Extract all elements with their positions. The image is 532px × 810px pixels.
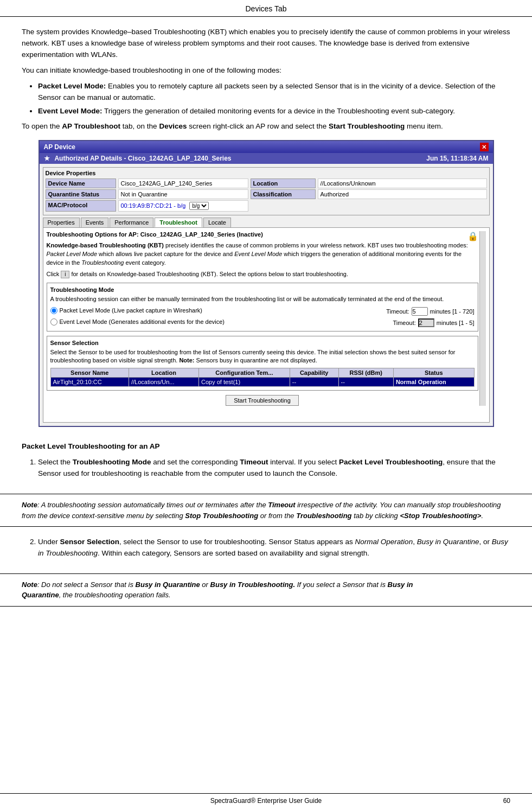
- step-1: Select the Troubleshooting Mode and set …: [38, 457, 510, 480]
- window-body: Device Properties Device Name Cisco_1242…: [40, 164, 493, 426]
- note-box-1: Note: A troubleshooting session automati…: [0, 494, 532, 527]
- sensor-desc: Select the Sensor to be used for trouble…: [50, 348, 475, 365]
- window-subtitle: ★ Authorized AP Details - Cisco_1242AG_L…: [40, 153, 493, 164]
- col-status: Status: [393, 368, 474, 378]
- kbt-description: Knowledge-based Troubleshooting (KBT) pr…: [47, 241, 478, 267]
- mode-desc: A troubleshooting session can either be …: [50, 295, 475, 303]
- packet-mode-radio[interactable]: [50, 307, 57, 314]
- quarantine-label: Quarantine Status: [46, 189, 116, 199]
- bullet1-label: Packet Level Mode:: [38, 82, 106, 90]
- bullet-item-1: Packet Level Mode: Enables you to remote…: [38, 81, 510, 104]
- col-capability: Capability: [290, 368, 338, 378]
- close-button[interactable]: ✕: [480, 143, 489, 151]
- scrollbar[interactable]: [479, 231, 486, 406]
- sensor-section-title: Sensor Selection: [50, 340, 475, 346]
- tab-content-troubleshoot: Troubleshooting Options for AP: Cisco_12…: [43, 227, 490, 423]
- main-content: The system provides Knowledge–based Trou…: [0, 17, 532, 427]
- page-footer: SpectraGuard® Enterprise User Guide 60: [0, 793, 532, 805]
- packet-heading: Packet Level Troubleshooting for an AP: [22, 442, 160, 450]
- col-config: Configuration Tem...: [198, 368, 290, 378]
- event-timeout-row: Timeout: minutes [1 - 5]: [393, 318, 474, 327]
- col-sensor-name: Sensor Name: [50, 368, 129, 378]
- subtitle-date: Jun 15, 11:18:34 AM: [426, 155, 488, 162]
- step2-section: Under Sensor Selection, select the Senso…: [0, 530, 532, 570]
- device-name-value: Cisco_1242AG_LAP_1240_Series: [118, 178, 248, 188]
- mode-box: Troubleshooting Mode A troubleshooting s…: [47, 283, 478, 331]
- tab-locate[interactable]: Locate: [203, 218, 231, 227]
- table-row[interactable]: AirTight_20:10:CC //Locations/Un... Copy…: [50, 378, 474, 387]
- lock-icon: 🔒: [467, 231, 478, 241]
- event-mode-label: Event Level Mode (Generates additional e…: [60, 318, 225, 325]
- start-btn-row: Start Troubleshooting: [47, 395, 478, 406]
- mode-box-title: Troubleshooting Mode: [50, 286, 475, 293]
- bullet1-text: Enables you to remotely capture all pack…: [38, 82, 495, 101]
- mac-label: MAC/Protocol: [46, 200, 116, 212]
- steps-list-2: Under Sensor Selection, select the Senso…: [38, 537, 510, 559]
- classification-label: Classification: [251, 189, 316, 199]
- start-troubleshooting-button[interactable]: Start Troubleshooting: [226, 395, 299, 406]
- event-mode-radio[interactable]: [50, 318, 57, 326]
- mac-value: 00:19:A9:B7:CD:21 - b/g b/g: [118, 200, 248, 212]
- sensor-table: Sensor Name Location Configuration Tem..…: [50, 368, 475, 387]
- window-titlebar: AP Device ✕: [40, 141, 493, 153]
- bullet-list: Packet Level Mode: Enables you to remote…: [38, 81, 510, 117]
- classification-value: Authorized: [318, 189, 487, 199]
- device-name-label: Device Name: [46, 178, 116, 188]
- note-box-2: Note: Do not select a Sensor that is Bus…: [0, 573, 532, 607]
- tabs-bar: Properties Events Performance Troublesho…: [43, 218, 490, 227]
- section-title: Device Properties: [46, 170, 487, 176]
- bullet-item-2: Event Level Mode: Triggers the generatio…: [38, 106, 510, 117]
- location-value: //Locations/Unknown: [318, 178, 487, 188]
- step-2: Under Sensor Selection, select the Senso…: [38, 537, 510, 559]
- footer-text: SpectraGuard® Enterprise User Guide: [210, 797, 322, 805]
- cell-sensor-name: AirTight_20:10:CC: [50, 378, 129, 387]
- tab-performance[interactable]: Performance: [110, 218, 153, 227]
- window-title: AP Device: [44, 143, 75, 151]
- sensor-table-header-row: Sensor Name Location Configuration Tem..…: [50, 368, 474, 378]
- intro-para2: You can initiate knowledge-based trouble…: [22, 65, 510, 76]
- col-location: Location: [129, 368, 198, 378]
- mac-dropdown[interactable]: b/g: [189, 202, 209, 210]
- packet-mode-label: Packet Level Mode (Live packet capture i…: [60, 307, 203, 314]
- page-container: Devices Tab The system provides Knowledg…: [0, 0, 532, 810]
- footer-page-number: 60: [503, 797, 510, 805]
- event-timeout-input[interactable]: [418, 318, 434, 327]
- props-row-1: Device Name Cisco_1242AG_LAP_1240_Series…: [46, 178, 487, 188]
- col-rssi: RSSI (dBm): [338, 368, 393, 378]
- open-tab-text: To open the AP Troubleshoot tab, on the …: [22, 121, 510, 132]
- ap-device-window: AP Device ✕ ★ Authorized AP Details - Ci…: [39, 140, 494, 427]
- packet-section: Packet Level Troubleshooting for an AP S…: [0, 435, 532, 490]
- packet-timeout-input[interactable]: [412, 307, 428, 316]
- steps-list: Select the Troubleshooting Mode and set …: [38, 457, 510, 480]
- cell-capability: --: [290, 378, 338, 387]
- page-title: Devices Tab: [245, 4, 286, 13]
- props-row-3: MAC/Protocol 00:19:A9:B7:CD:21 - b/g b/g: [46, 200, 487, 212]
- cell-status: Normal Operation: [393, 378, 474, 387]
- sensor-section: Sensor Selection Select the Sensor to be…: [47, 336, 478, 391]
- location-label: Location: [251, 178, 316, 188]
- cell-location: //Locations/Un...: [129, 378, 198, 387]
- tab-properties[interactable]: Properties: [43, 218, 80, 227]
- intro-para1: The system provides Knowledge–based Trou…: [22, 27, 510, 61]
- tab-troubleshoot[interactable]: Troubleshoot: [155, 218, 202, 227]
- bullet2-text: Triggers the generation of detailed moni…: [102, 107, 455, 115]
- subtitle-label: ★ Authorized AP Details - Cisco_1242AG_L…: [44, 155, 232, 162]
- props-row-2: Quarantine Status Not in Quarantine Clas…: [46, 189, 487, 199]
- troubleshoot-header: Troubleshooting Options for AP: Cisco_12…: [47, 231, 263, 238]
- quarantine-value: Not in Quarantine: [118, 189, 248, 199]
- cell-rssi: --: [338, 378, 393, 387]
- cell-config: Copy of test(1): [198, 378, 290, 387]
- device-props-section: Device Properties Device Name Cisco_1242…: [43, 167, 490, 215]
- page-header: Devices Tab: [0, 0, 532, 17]
- tab-events[interactable]: Events: [81, 218, 109, 227]
- mode-option-event: Event Level Mode (Generates additional e…: [50, 318, 225, 326]
- click-line: Click i for details on Knowledge-based T…: [47, 271, 478, 278]
- mode-option-packet: Packet Level Mode (Live packet capture i…: [50, 307, 203, 314]
- bullet2-label: Event Level Mode:: [38, 107, 102, 115]
- packet-timeout-row: Timeout: minutes [1 - 720]: [386, 307, 474, 316]
